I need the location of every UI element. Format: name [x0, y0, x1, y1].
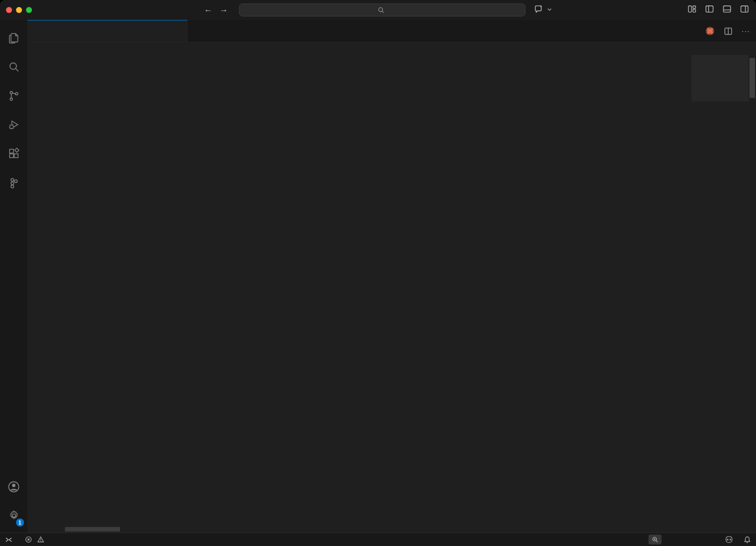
- close-window-button[interactable]: [6, 7, 12, 13]
- code-area[interactable]: [28, 55, 692, 533]
- extensions-icon[interactable]: [3, 142, 25, 166]
- problems-indicator[interactable]: [21, 533, 51, 546]
- error-icon: [25, 536, 32, 543]
- copilot-chat-icon[interactable]: [533, 4, 544, 15]
- settings-badge: 1: [16, 519, 24, 527]
- source-control-icon[interactable]: [3, 84, 25, 108]
- explorer-icon[interactable]: [3, 26, 25, 50]
- tab-search-contents-json[interactable]: [28, 20, 188, 42]
- more-actions-icon[interactable]: ···: [742, 27, 750, 35]
- traffic-lights: [6, 7, 32, 13]
- zoom-status-icon[interactable]: [648, 535, 662, 545]
- vscode-window: ← →: [0, 0, 756, 546]
- copilot-status-icon[interactable]: [724, 536, 734, 544]
- vertical-scrollbar[interactable]: [748, 55, 756, 533]
- minimap-viewport: [692, 55, 748, 101]
- editor: [28, 55, 756, 533]
- toggle-primary-sidebar-icon[interactable]: [705, 4, 714, 13]
- remote-indicator-icon[interactable]: [0, 533, 17, 546]
- back-arrow-icon[interactable]: ←: [204, 4, 212, 14]
- notifications-bell-icon[interactable]: [744, 536, 751, 544]
- search-icon: [378, 7, 384, 13]
- starburst-extension-icon[interactable]: [705, 26, 715, 36]
- search-sidebar-icon[interactable]: [3, 55, 25, 79]
- customize-layout-icon[interactable]: [688, 4, 696, 13]
- chevron-down-icon[interactable]: [547, 7, 552, 12]
- status-bar: [0, 533, 756, 546]
- activity-bar: 1: [0, 20, 28, 533]
- breadcrumb: [28, 42, 756, 55]
- warning-icon: [37, 536, 44, 543]
- tab-bar: ···: [28, 20, 756, 42]
- account-icon[interactable]: [3, 475, 25, 499]
- minimize-window-button[interactable]: [16, 7, 22, 13]
- maximize-window-button[interactable]: [26, 7, 32, 13]
- horizontal-scrollbar-thumb[interactable]: [65, 527, 120, 532]
- run-debug-icon[interactable]: [3, 113, 25, 137]
- split-editor-icon[interactable]: [724, 27, 732, 35]
- title-bar: ← →: [0, 0, 756, 20]
- command-center-search[interactable]: [239, 3, 526, 16]
- settings-gear-icon[interactable]: 1: [3, 504, 25, 528]
- toggle-panel-icon[interactable]: [722, 4, 732, 13]
- toggle-secondary-sidebar-icon[interactable]: [740, 4, 749, 13]
- extension-extra-icon[interactable]: [3, 171, 25, 195]
- forward-arrow-icon[interactable]: →: [220, 4, 228, 14]
- minimap[interactable]: [692, 55, 748, 533]
- vertical-scrollbar-thumb[interactable]: [750, 58, 755, 98]
